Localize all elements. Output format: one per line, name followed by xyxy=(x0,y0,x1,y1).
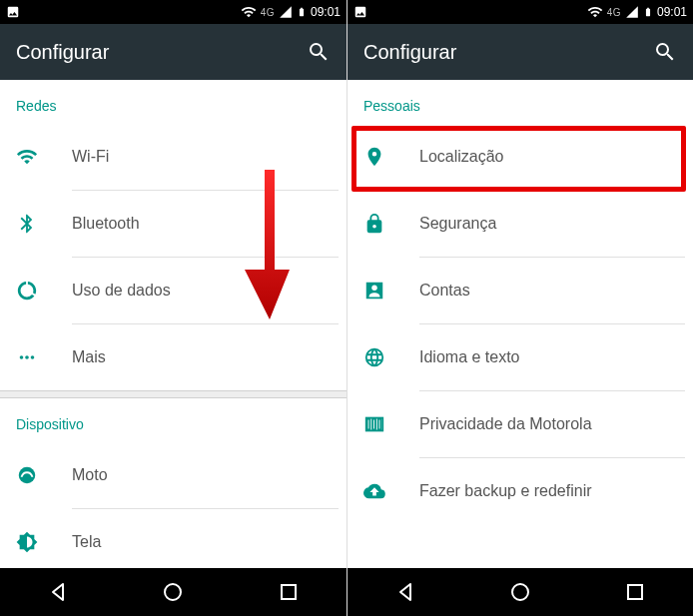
nav-back-icon[interactable] xyxy=(46,580,70,604)
status-bar: 4G 09:01 xyxy=(347,0,693,24)
settings-label: Segurança xyxy=(419,215,496,233)
signal-icon xyxy=(625,5,639,19)
section-divider xyxy=(0,390,347,398)
privacy-icon xyxy=(363,413,385,435)
nav-home-icon[interactable] xyxy=(508,580,532,604)
battery-icon xyxy=(643,4,653,20)
nav-recent-icon[interactable] xyxy=(623,580,647,604)
settings-item-backup[interactable]: Fazer backup e redefinir xyxy=(347,458,693,524)
settings-item-data-usage[interactable]: Uso de dados xyxy=(0,258,347,323)
svg-point-0 xyxy=(19,467,36,484)
screenshot-icon xyxy=(353,5,367,19)
svg-rect-2 xyxy=(282,585,296,599)
settings-item-wifi[interactable]: Wi-Fi xyxy=(0,124,347,190)
network-label: 4G xyxy=(607,7,621,18)
settings-label: Bluetooth xyxy=(72,215,140,233)
settings-label: Contas xyxy=(419,282,470,300)
svg-point-3 xyxy=(371,286,377,292)
settings-item-language[interactable]: Idioma e texto xyxy=(347,324,693,390)
navigation-bar xyxy=(347,568,693,616)
settings-item-privacy[interactable]: Privacidade da Motorola xyxy=(347,391,693,457)
section-header-pessoais: Pessoais xyxy=(347,80,693,124)
display-icon xyxy=(16,531,38,553)
svg-point-1 xyxy=(165,584,181,600)
app-title: Configurar xyxy=(16,41,307,64)
settings-label: Tela xyxy=(72,533,101,551)
search-icon[interactable] xyxy=(653,40,677,64)
settings-item-accounts[interactable]: Contas xyxy=(347,258,693,323)
settings-item-location[interactable]: Localização xyxy=(347,124,693,190)
backup-icon xyxy=(363,480,385,502)
settings-label: Moto xyxy=(72,466,108,484)
settings-label: Idioma e texto xyxy=(419,348,520,366)
screen-left: 4G 09:01 Configurar Redes Wi-Fi Bluetoot… xyxy=(0,0,347,616)
wifi-status-icon xyxy=(587,4,603,20)
app-bar: Configurar xyxy=(347,24,693,80)
moto-icon xyxy=(16,464,38,486)
navigation-bar xyxy=(0,568,347,616)
settings-item-more[interactable]: Mais xyxy=(0,324,347,390)
settings-item-moto[interactable]: Moto xyxy=(0,442,347,508)
settings-label: Mais xyxy=(72,348,106,366)
svg-rect-6 xyxy=(628,585,642,599)
search-icon[interactable] xyxy=(307,40,331,64)
clock: 09:01 xyxy=(657,5,687,19)
section-header-dispositivo: Dispositivo xyxy=(0,398,347,442)
nav-back-icon[interactable] xyxy=(393,580,417,604)
wifi-icon xyxy=(16,146,38,168)
status-bar: 4G 09:01 xyxy=(0,0,347,24)
settings-item-bluetooth[interactable]: Bluetooth xyxy=(0,191,347,257)
app-title: Configurar xyxy=(363,41,653,64)
settings-label: Uso de dados xyxy=(72,282,171,300)
wifi-status-icon xyxy=(241,4,257,20)
nav-recent-icon[interactable] xyxy=(277,580,301,604)
more-icon xyxy=(16,346,38,368)
nav-home-icon[interactable] xyxy=(161,580,185,604)
settings-list: Redes Wi-Fi Bluetooth Uso de dados Mais xyxy=(0,80,347,568)
screenshot-icon xyxy=(6,5,20,19)
battery-icon xyxy=(297,4,307,20)
settings-label: Fazer backup e redefinir xyxy=(419,482,592,500)
app-bar: Configurar xyxy=(0,24,347,80)
network-label: 4G xyxy=(261,7,275,18)
settings-item-security[interactable]: Segurança xyxy=(347,191,693,257)
accounts-icon xyxy=(363,280,385,302)
settings-list: Pessoais Localização Segurança Contas Id… xyxy=(347,80,693,568)
security-icon xyxy=(363,213,385,235)
svg-point-5 xyxy=(512,584,528,600)
language-icon xyxy=(363,346,385,368)
settings-label: Wi-Fi xyxy=(72,148,109,166)
screen-right: 4G 09:01 Configurar Pessoais Localização… xyxy=(347,0,693,616)
section-header-redes: Redes xyxy=(0,80,347,124)
bluetooth-icon xyxy=(16,213,38,235)
location-icon xyxy=(363,146,385,168)
settings-item-display[interactable]: Tela xyxy=(0,509,347,568)
settings-label: Privacidade da Motorola xyxy=(419,415,592,433)
settings-label: Localização xyxy=(419,148,504,166)
clock: 09:01 xyxy=(311,5,341,19)
data-usage-icon xyxy=(16,280,38,302)
signal-icon xyxy=(279,5,293,19)
